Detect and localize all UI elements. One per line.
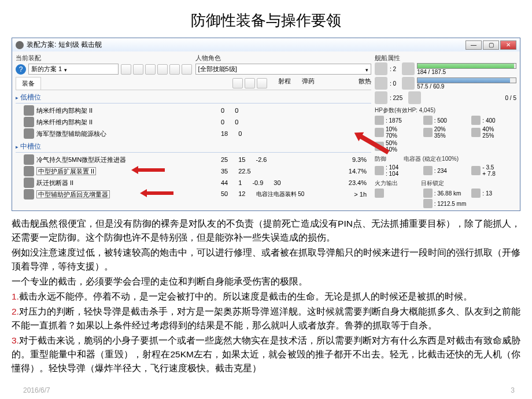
em-res-icon <box>375 128 384 137</box>
armor-icon <box>423 116 433 125</box>
col-ammo: 弹药 <box>302 77 337 90</box>
pg-icon <box>402 77 415 90</box>
close-button[interactable]: ✕ <box>500 40 516 50</box>
ship-attr-label: 舰船属性 <box>375 54 516 62</box>
module-icon <box>24 189 34 200</box>
module-row[interactable]: 跃迁扰断器 II441-0.93023.4% <box>16 177 371 189</box>
col-heat: 散热 <box>337 77 371 90</box>
lock-header: 目标锁定 <box>421 179 444 187</box>
kin-res-icon <box>471 128 481 137</box>
character-label: 人物角色 <box>195 54 372 62</box>
module-icon <box>24 128 34 139</box>
module-row[interactable]: 中型辅助护盾回充增量器5012电容注电器装料 50> 1h <box>16 189 371 200</box>
app-icon <box>16 41 24 49</box>
scheme-dropdown[interactable]: 新的方案 1 <box>28 64 119 75</box>
slide-title: 防御性装备与操作要领 <box>12 10 520 31</box>
module-row[interactable]: 海军型微型辅助能源核心180 <box>16 128 371 139</box>
list-item: 2.对压力的判断，轻快导弹是截击杀手，对方是一架奥苏斯导弹巡洋舰。这时候就需要判… <box>12 305 520 332</box>
dps-header: 火力输出 <box>375 179 398 187</box>
module-row[interactable]: 中型护盾扩展装置 II3522.514.7% <box>16 165 371 177</box>
mid-slot-header[interactable]: 中槽位 <box>16 142 371 153</box>
module-icon <box>24 117 34 127</box>
targets-icon <box>471 189 481 198</box>
defense-header: 防御电容器 (稳定在100%) <box>375 155 516 163</box>
exp-res-icon <box>375 142 384 151</box>
module-icon <box>24 154 34 165</box>
paragraph: 一个专业的截击，必须要学会合理的走位和判断自身能承受伤害的极限。 <box>12 275 520 289</box>
maximize-button[interactable]: ▢ <box>483 40 499 50</box>
launcher-icon <box>375 77 387 90</box>
minimize-button[interactable]: — <box>466 40 482 50</box>
hull-icon <box>471 116 481 125</box>
col-range: 射程 <box>267 77 302 90</box>
layout-button[interactable] <box>257 78 267 88</box>
calib-icon <box>375 91 387 104</box>
toolbar-button[interactable] <box>145 64 156 75</box>
module-icon <box>24 166 34 176</box>
current-fit-label: 当前装配 <box>16 54 192 62</box>
layout-button[interactable] <box>245 78 255 88</box>
toolbar-button[interactable] <box>157 64 168 75</box>
fitting-window: 装配方案: 短剑级 截击舰 — ▢ ✕ 当前装配 ? 新的方案 1 <box>12 38 520 211</box>
toolbar-button[interactable] <box>169 64 180 75</box>
range-icon <box>423 189 433 198</box>
paragraph: 例如没注意速度过低，被转速较高的炮击中，可以进行修理、或者被在抓取导弹船只的时候… <box>12 246 520 274</box>
module-row[interactable]: 纳米纤维内部构架 II00 <box>16 116 371 128</box>
page-number: 3 <box>511 386 515 394</box>
module-icon <box>24 105 34 116</box>
delta-icon <box>471 166 481 175</box>
shield-icon <box>375 116 384 125</box>
module-icon <box>24 178 34 188</box>
toolbar-button[interactable] <box>133 64 143 75</box>
module-row[interactable]: 纳米纤维内部构架 II00 <box>16 105 371 116</box>
tank-icon <box>375 166 384 175</box>
list-item: 3.对于截击来说，脆弱的小身子要抓一个或者一些庞然大物实在是技术活，所以需要判断… <box>12 334 520 375</box>
tab-equipment[interactable]: 装备 <box>16 77 41 90</box>
toolbar-button[interactable] <box>182 64 192 75</box>
footer-date: 2016/6/7 <box>23 386 50 394</box>
toolbar-button[interactable] <box>121 64 131 75</box>
rig-icon <box>408 91 421 104</box>
paragraph: 截击舰虽然很便宜，但是没有防御的裸奔是对队友的不负责（提前死亡造成没有PIN点、… <box>12 217 520 245</box>
body-content: 截击舰虽然很便宜，但是没有防御的裸奔是对队友的不负责（提前死亡造成没有PIN点、… <box>12 217 520 375</box>
dps-icon <box>375 189 384 198</box>
turret-icon <box>375 62 387 75</box>
module-row[interactable]: 冷气持久型5MN微型跃迁推进器2515-2.69.3% <box>16 154 371 165</box>
therm-res-icon <box>423 128 433 137</box>
window-title: 装配方案: 短剑级 截击舰 <box>27 40 102 50</box>
ship-stats-panel: 舰船属性 : 2184 / 187.5 : 057.5 / 60.9 : 225… <box>375 54 516 208</box>
cap-icon <box>423 166 433 175</box>
window-titlebar: 装配方案: 短剑级 截击舰 — ▢ ✕ <box>12 38 520 51</box>
help-icon[interactable]: ? <box>16 64 26 75</box>
skill-dropdown[interactable]: [全部技能5级] <box>195 64 372 75</box>
list-item: 1.截击永远不能停。停着不动，是一定会被打中的。所以速度是截击的生命。无论是抓人… <box>12 290 520 304</box>
hp-header: HP参数(有效HP: 4,045) <box>375 106 516 114</box>
cpu-icon <box>402 62 415 75</box>
sig-icon <box>423 199 433 208</box>
layout-button[interactable] <box>232 78 243 88</box>
low-slot-header[interactable]: 低槽位 <box>16 93 371 104</box>
